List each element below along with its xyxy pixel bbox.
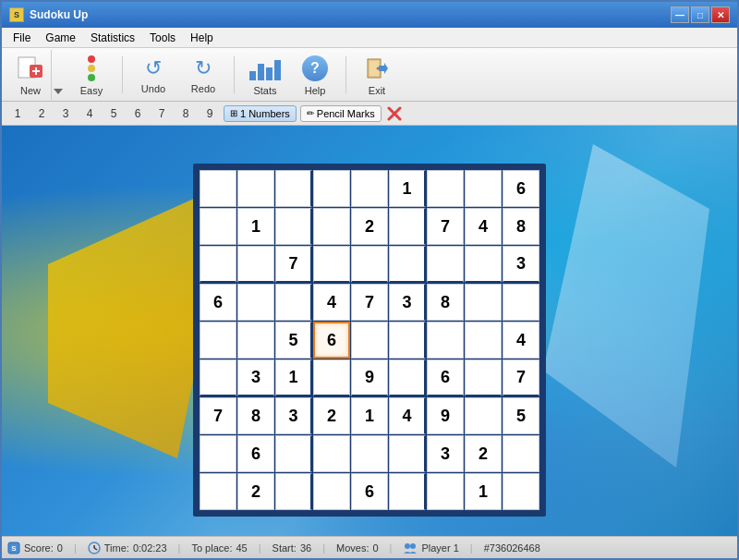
redo-button[interactable]: ↻ Redo (180, 51, 226, 99)
cell-7-5[interactable] (389, 435, 426, 472)
cell-2-3[interactable] (313, 246, 350, 283)
cell-4-5[interactable] (389, 322, 426, 359)
cell-1-2[interactable] (275, 208, 312, 245)
number-9-btn[interactable]: 9 (200, 104, 220, 123)
cell-1-5[interactable] (389, 208, 426, 245)
cell-3-4[interactable]: 7 (351, 284, 388, 321)
cell-5-8[interactable]: 7 (503, 359, 539, 396)
cell-2-6[interactable] (427, 246, 464, 283)
cell-4-6[interactable] (427, 322, 464, 359)
cell-3-1[interactable] (237, 284, 274, 321)
pencil-mode-btn[interactable]: ✏ Pencil Marks (300, 105, 382, 122)
number-2-btn[interactable]: 2 (31, 104, 52, 123)
menu-game[interactable]: Game (38, 30, 83, 46)
cell-5-0[interactable] (200, 359, 236, 396)
cell-0-5[interactable]: 1 (389, 170, 426, 207)
cell-7-6[interactable]: 3 (427, 435, 464, 472)
cell-2-8[interactable]: 3 (503, 246, 539, 283)
cell-8-8[interactable] (503, 473, 539, 510)
cell-1-6[interactable]: 7 (427, 208, 464, 245)
cell-3-8[interactable] (503, 284, 539, 321)
cell-1-8[interactable]: 8 (503, 208, 539, 245)
cell-4-0[interactable] (200, 322, 236, 359)
menu-statistics[interactable]: Statistics (83, 30, 142, 46)
cell-8-1[interactable]: 2 (237, 473, 274, 510)
menu-file[interactable]: File (6, 30, 38, 46)
number-5-btn[interactable]: 5 (103, 104, 124, 123)
cell-8-0[interactable] (200, 473, 236, 510)
cell-5-1[interactable]: 3 (237, 359, 274, 396)
cell-5-3[interactable] (313, 359, 350, 396)
cell-5-6[interactable]: 6 (427, 359, 464, 396)
cell-6-5[interactable]: 4 (389, 397, 426, 434)
cell-6-6[interactable]: 9 (427, 397, 464, 434)
menu-help[interactable]: Help (183, 30, 221, 46)
cell-4-4[interactable] (351, 322, 388, 359)
cell-1-7[interactable]: 4 (465, 208, 502, 245)
cell-0-1[interactable] (237, 170, 274, 207)
cell-8-6[interactable] (427, 473, 464, 510)
numbers-mode-btn[interactable]: ⊞ 1 Numbers (224, 105, 297, 122)
cell-0-8[interactable]: 6 (503, 170, 539, 207)
cell-6-8[interactable]: 5 (503, 397, 539, 434)
cell-0-7[interactable] (465, 170, 502, 207)
number-1-btn[interactable]: 1 (7, 104, 28, 123)
new-button-main[interactable]: New (10, 50, 51, 100)
cell-3-7[interactable] (465, 284, 502, 321)
cell-5-7[interactable] (465, 359, 502, 396)
cell-8-7[interactable]: 1 (465, 473, 502, 510)
cell-3-6[interactable]: 8 (427, 284, 464, 321)
cell-0-6[interactable] (427, 170, 464, 207)
new-button-split[interactable]: New (9, 49, 65, 101)
cell-2-4[interactable] (351, 246, 388, 283)
cell-4-3[interactable]: 6 (313, 322, 350, 359)
cell-8-5[interactable] (389, 473, 426, 510)
cell-8-2[interactable] (275, 473, 312, 510)
number-4-btn[interactable]: 4 (79, 104, 100, 123)
cell-0-3[interactable] (313, 170, 350, 207)
close-button[interactable]: ✕ (711, 6, 730, 23)
cell-3-0[interactable]: 6 (200, 284, 236, 321)
cell-6-2[interactable]: 3 (275, 397, 312, 434)
cell-7-8[interactable] (503, 435, 539, 472)
cell-1-1[interactable]: 1 (237, 208, 274, 245)
difficulty-button[interactable]: Easy (68, 49, 115, 101)
help-button[interactable]: ? Help (292, 49, 338, 101)
cell-1-3[interactable] (313, 208, 350, 245)
minimize-button[interactable]: — (671, 6, 689, 23)
cell-1-4[interactable]: 2 (351, 208, 388, 245)
cell-0-0[interactable] (200, 170, 236, 207)
cell-3-2[interactable] (275, 284, 312, 321)
cell-6-0[interactable]: 7 (200, 397, 236, 434)
number-7-btn[interactable]: 7 (151, 104, 172, 123)
cell-4-8[interactable]: 4 (503, 322, 539, 359)
cell-8-3[interactable] (313, 473, 350, 510)
cell-3-3[interactable]: 4 (313, 284, 350, 321)
number-8-btn[interactable]: 8 (176, 104, 196, 123)
cell-7-2[interactable] (275, 435, 312, 472)
cell-2-2[interactable]: 7 (275, 246, 312, 283)
cell-7-3[interactable] (313, 435, 350, 472)
cell-6-3[interactable]: 2 (313, 397, 350, 434)
cell-8-4[interactable]: 6 (351, 473, 388, 510)
cell-4-2[interactable]: 5 (275, 322, 312, 359)
cell-5-4[interactable]: 9 (351, 359, 388, 396)
cell-0-2[interactable] (275, 170, 312, 207)
new-dropdown-arrow[interactable] (51, 50, 64, 100)
menu-tools[interactable]: Tools (142, 30, 183, 46)
number-6-btn[interactable]: 6 (127, 104, 148, 123)
exit-button[interactable]: Exit (354, 49, 400, 101)
cell-2-1[interactable] (237, 246, 274, 283)
number-3-btn[interactable]: 3 (55, 104, 76, 123)
cell-5-5[interactable] (389, 359, 426, 396)
cell-4-1[interactable] (237, 322, 274, 359)
cell-7-0[interactable] (200, 435, 236, 472)
cell-4-7[interactable] (465, 322, 502, 359)
cell-2-7[interactable] (465, 246, 502, 283)
cell-3-5[interactable]: 3 (389, 284, 426, 321)
maximize-button[interactable]: □ (691, 6, 709, 23)
cell-7-1[interactable]: 6 (237, 435, 274, 472)
cell-0-4[interactable] (351, 170, 388, 207)
cell-6-1[interactable]: 8 (237, 397, 274, 434)
cell-1-0[interactable] (200, 208, 236, 245)
